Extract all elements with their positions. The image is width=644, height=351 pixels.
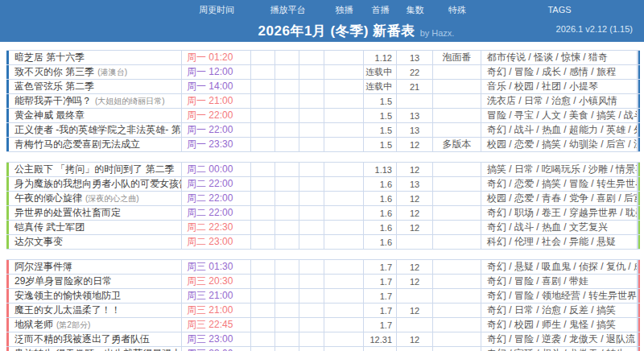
premiere-date: 1.7 (364, 318, 397, 332)
special-note: 泡面番 (433, 51, 481, 64)
anime-title: 青梅竹马的恋爱喜剧无法成立 (14, 138, 140, 151)
table-row: 安逸领主的愉快领地防卫 周三 21:00 1.7 奇幻 / 冒险 / 领地经营 … (6, 289, 640, 304)
group-color-strip-right (638, 80, 640, 93)
anime-title-cell: 黄金神威 最终章 (9, 109, 182, 122)
author-byline: by Hazx. (420, 28, 455, 38)
platform-cell-1 (251, 138, 275, 151)
premiere-date: 连载中 (364, 65, 397, 79)
table-row: 暗芝居 第十六季 周一 01:20 1.12 13 泡面番 都市传说 / 怪谈 … (6, 51, 640, 65)
platform-cell-1 (251, 94, 275, 108)
platform-cell-1 (251, 289, 275, 303)
premiere-date: 1.6 (364, 177, 397, 191)
table-row: 29岁单身冒险家的日常 周三 20:30 1.7 12 奇幻 / 冒险 / 喜剧… (6, 275, 640, 289)
platform-cell-3 (299, 138, 324, 151)
column-header-premiere: 首播 (364, 4, 397, 16)
group-color-strip-right (638, 289, 640, 303)
special-note (433, 304, 481, 317)
day-group-wednesday: 阿尔涅事件簿 周三 01:30 1.7 12 奇幻 / 悬疑 / 吸血鬼 / 侦… (6, 259, 640, 351)
platform-cell-2 (275, 260, 299, 274)
tags: 冒险 / 寻宝 / 人文 / 美食 / 搞笑 / 战斗 (481, 109, 638, 122)
page-title: 2026年1月 (冬季) 新番表 (258, 22, 415, 40)
episode-count (397, 347, 433, 351)
group-color-strip-right (638, 206, 640, 220)
anime-title-cell: 铠真传 武士军团 (9, 221, 182, 234)
group-color-strip-right (638, 347, 640, 351)
broadcast-time: 周一 12:00 (182, 65, 251, 79)
premiere-date: 1.6 (364, 221, 397, 234)
anime-schedule-page: 周更时间 播放平台 独播 首播 集数 特殊 TAGS 2026年1月 (冬季) … (0, 0, 644, 351)
exclusive-cell (324, 123, 364, 137)
tags: 奇幻 / 悬疑 / 吸血鬼 / 侦探 / 复仇 / 成长 (481, 260, 638, 274)
premiere-date: 连载中 (364, 80, 397, 93)
platform-cell-1 (251, 347, 275, 351)
column-header-episodes: 集数 (397, 4, 433, 16)
premiere-date: 1.5 (364, 123, 397, 137)
column-header-tags: TAGS (481, 5, 638, 14)
platform-cell-3 (299, 109, 324, 122)
tags: 奇幻 / 校园 / 师生 / 鬼怪 / 搞笑 (481, 318, 638, 332)
table-row: 公主殿下 「拷问」的时间到了 第二季 周二 00:00 1.13 12 搞笑 /… (6, 163, 640, 177)
platform-cell-1 (251, 51, 275, 64)
platform-cell-2 (275, 51, 299, 64)
platform-cell-3 (299, 318, 324, 332)
special-note (433, 318, 481, 332)
platform-cell-3 (299, 80, 324, 93)
platform-cell-1 (251, 177, 275, 191)
premiere-date: 12.31 (364, 332, 397, 346)
episode-count: 12 (397, 192, 433, 205)
tags: 洗衣店 / 日常 / 治愈 / 小镇风情 (481, 94, 638, 108)
exclusive-cell (324, 318, 364, 332)
premiere-date: 1.5 (364, 94, 397, 108)
platform-cell-2 (275, 221, 299, 234)
column-header-special: 特殊 (433, 4, 481, 16)
platform-cell-2 (275, 192, 299, 205)
version-label: 2026.1 v2.12 (1.15) (556, 24, 633, 34)
group-color-strip-right (638, 123, 640, 137)
group-color-strip-right (638, 235, 640, 249)
episode-count (397, 289, 433, 303)
tags: 奇幻 / 恋爱 / 搞笑 / 冒险 / 转生异世界 (481, 177, 638, 191)
table-row: 青梅竹马的恋爱喜剧无法成立 周一 23:30 1.5 12 多版本 校园 / 恋… (6, 138, 640, 152)
anime-title-cell: 地狱老师(第2部分) (9, 318, 182, 332)
table-row: 贵族转生 得天眷顾一出生就获得最强力量 周三 23:00 1.7 奇幻 / 宫廷… (6, 347, 640, 351)
day-group-monday: 暗芝居 第十六季 周一 01:20 1.12 13 泡面番 都市传说 / 怪谈 … (6, 50, 640, 152)
platform-cell-3 (299, 275, 324, 288)
tags: 科幻 / 伦理 / 社会 / 异能 / 悬疑 (481, 235, 638, 249)
broadcast-time: 周三 01:30 (182, 260, 251, 274)
special-note (433, 80, 481, 93)
episode-count: 13 (397, 51, 433, 64)
premiere-date: 1.7 (364, 260, 397, 274)
platform-cell-2 (275, 177, 299, 191)
day-group-tuesday: 公主殿下 「拷问」的时间到了 第二季 周二 00:00 1.13 12 搞笑 /… (6, 162, 640, 250)
premiere-date: 1.7 (364, 304, 397, 317)
special-note (433, 260, 481, 274)
exclusive-cell (324, 65, 364, 79)
tags: 奇幻 / 战斗 / 热血 / 超能力 / 英雄 / 外传 (481, 123, 638, 137)
platform-cell-2 (275, 347, 299, 351)
platform-cell-2 (275, 332, 299, 346)
exclusive-cell (324, 206, 364, 220)
platform-cell-1 (251, 318, 275, 332)
broadcast-time: 周二 23:00 (182, 235, 251, 249)
platform-cell-1 (251, 109, 275, 122)
column-header-exclusive: 独播 (324, 4, 364, 16)
anime-title-cell: 青梅竹马的恋爱喜剧无法成立 (9, 138, 182, 151)
broadcast-time: 周二 00:00 (182, 163, 251, 176)
group-color-strip-right (638, 260, 640, 274)
platform-cell-1 (251, 192, 275, 205)
anime-title: 蓝色管弦乐 第二季 (14, 80, 94, 93)
group-color-strip-right (638, 109, 640, 122)
episode-count (397, 318, 433, 332)
platform-cell-2 (275, 123, 299, 137)
anime-title-cell: 午夜的倾心旋律(深夜的心之曲) (9, 192, 182, 205)
episode-count: 12 (397, 304, 433, 317)
anime-subtitle: (大姐姐的绮丽日常) (95, 96, 165, 107)
group-color-strip-right (638, 177, 640, 191)
platform-cell-3 (299, 221, 324, 234)
anime-title-cell: 阿尔涅事件簿 (9, 260, 182, 274)
platform-cell-3 (299, 235, 324, 249)
anime-title-cell: 贵族转生 得天眷顾一出生就获得最强力量 (9, 347, 182, 351)
broadcast-time: 周一 22:00 (182, 123, 251, 137)
broadcast-time: 周一 01:20 (182, 51, 251, 64)
table-row: 午夜的倾心旋律(深夜的心之曲) 周二 22:00 1.6 12 校园 / 恋爱 … (6, 192, 640, 206)
